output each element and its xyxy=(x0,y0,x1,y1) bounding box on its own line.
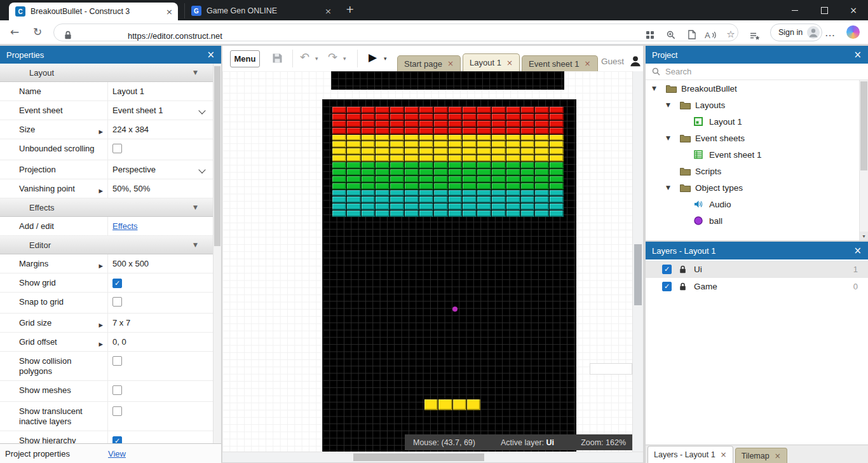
project-scrollbar[interactable]: ▾ xyxy=(859,80,868,240)
property-row-show-hierarchy[interactable]: Show hierarchy✓ xyxy=(0,431,213,444)
brick[interactable] xyxy=(463,211,477,217)
tree-item-audio[interactable]: Audio xyxy=(646,196,859,212)
brick[interactable] xyxy=(477,135,491,141)
brick[interactable] xyxy=(535,204,549,210)
brick[interactable] xyxy=(463,190,477,197)
property-row-show-collision-polygons[interactable]: Show collision polygons xyxy=(0,352,213,381)
undo-dropdown-icon[interactable]: ▾ xyxy=(315,55,318,62)
tab-start-page[interactable]: Start page × xyxy=(397,55,461,71)
brick[interactable] xyxy=(390,204,404,210)
brick[interactable] xyxy=(362,183,376,190)
brick[interactable] xyxy=(419,204,433,210)
minimize-button[interactable] xyxy=(780,0,810,20)
scrollbar-thumb[interactable] xyxy=(214,66,220,246)
redo-dropdown-icon[interactable]: ▾ xyxy=(343,55,346,62)
property-row-projection[interactable]: ProjectionPerspective xyxy=(0,160,213,179)
brick[interactable] xyxy=(535,128,549,134)
brick[interactable] xyxy=(434,190,448,197)
checkbox-snap-to-grid[interactable] xyxy=(112,297,122,307)
brick[interactable] xyxy=(506,135,520,141)
zoom-icon[interactable] xyxy=(665,29,677,41)
collapse-caret-icon[interactable]: ▼ xyxy=(193,242,198,248)
brick[interactable] xyxy=(434,162,448,169)
brick[interactable] xyxy=(550,141,564,148)
brick[interactable] xyxy=(405,148,419,155)
brick[interactable] xyxy=(390,197,404,203)
brick[interactable] xyxy=(434,141,448,148)
brick[interactable] xyxy=(521,128,535,134)
brick[interactable] xyxy=(434,176,448,183)
brick[interactable] xyxy=(535,169,549,176)
back-icon[interactable]: ← xyxy=(10,25,19,38)
brick[interactable] xyxy=(434,197,448,203)
brick[interactable] xyxy=(390,190,404,197)
property-section-layout[interactable]: Layout▼ xyxy=(0,64,213,82)
brick[interactable] xyxy=(535,211,549,217)
brick[interactable] xyxy=(449,128,463,134)
preview-dropdown-icon[interactable]: ▾ xyxy=(384,55,387,62)
ball-object[interactable] xyxy=(452,307,458,312)
brick[interactable] xyxy=(419,190,433,197)
expand-caret-icon[interactable]: ▼ xyxy=(652,85,666,92)
brick[interactable] xyxy=(434,135,448,141)
expand-caret-icon[interactable]: ▼ xyxy=(666,135,680,141)
property-row-vanishing-point[interactable]: Vanishing point▶50%, 50% xyxy=(0,179,213,198)
brick[interactable] xyxy=(332,148,346,155)
brick[interactable] xyxy=(347,107,361,113)
brick[interactable] xyxy=(521,183,535,190)
brick[interactable] xyxy=(419,128,433,134)
brick[interactable] xyxy=(449,162,463,169)
brick[interactable] xyxy=(550,155,564,162)
guest-account[interactable]: Guest xyxy=(591,53,642,69)
brick[interactable] xyxy=(347,204,361,210)
brick[interactable] xyxy=(376,183,390,190)
brick[interactable] xyxy=(506,128,520,134)
canvas-vertical-scrollbar[interactable] xyxy=(632,71,643,452)
brick[interactable] xyxy=(506,121,520,127)
brick[interactable] xyxy=(362,135,376,141)
brick[interactable] xyxy=(492,204,506,210)
brick[interactable] xyxy=(521,121,535,127)
reload-icon[interactable]: ↻ xyxy=(33,25,42,38)
brick[interactable] xyxy=(405,155,419,162)
brick[interactable] xyxy=(376,135,390,141)
brick[interactable] xyxy=(449,135,463,141)
brick[interactable] xyxy=(332,169,346,176)
apps-grid-icon[interactable] xyxy=(644,29,656,41)
brick[interactable] xyxy=(463,114,477,120)
brick[interactable] xyxy=(449,197,463,203)
scrollbar-thumb[interactable] xyxy=(353,453,484,461)
tree-item-breakoutbullet[interactable]: ▼BreakoutBullet xyxy=(646,80,859,97)
brick[interactable] xyxy=(506,190,520,197)
preview-play-icon[interactable]: ▶ xyxy=(369,51,377,64)
brick[interactable] xyxy=(492,141,506,148)
brick[interactable] xyxy=(347,114,361,120)
brick[interactable] xyxy=(362,148,376,155)
brick[interactable] xyxy=(390,148,404,155)
project-search-input[interactable]: Search xyxy=(646,64,868,80)
brick[interactable] xyxy=(535,197,549,203)
close-panel-icon[interactable]: × xyxy=(853,245,862,256)
brick[interactable] xyxy=(506,141,520,148)
brick[interactable] xyxy=(419,162,433,169)
brick[interactable] xyxy=(463,135,477,141)
brick[interactable] xyxy=(449,121,463,127)
brick[interactable] xyxy=(535,114,549,120)
brick[interactable] xyxy=(390,176,404,183)
brick[interactable] xyxy=(362,176,376,183)
brick[interactable] xyxy=(535,148,549,155)
brick[interactable] xyxy=(419,107,433,113)
property-section-effects[interactable]: Effects▼ xyxy=(0,198,213,217)
brick[interactable] xyxy=(477,183,491,190)
brick[interactable] xyxy=(535,176,549,183)
brick[interactable] xyxy=(347,121,361,127)
brick[interactable] xyxy=(405,176,419,183)
brick[interactable] xyxy=(362,162,376,169)
brick[interactable] xyxy=(521,176,535,183)
brick[interactable] xyxy=(492,121,506,127)
brick[interactable] xyxy=(332,135,346,141)
expand-arrow-icon[interactable]: ▶ xyxy=(98,127,103,137)
brick[interactable] xyxy=(492,114,506,120)
lock-icon[interactable] xyxy=(679,265,686,273)
brick[interactable] xyxy=(550,183,564,190)
